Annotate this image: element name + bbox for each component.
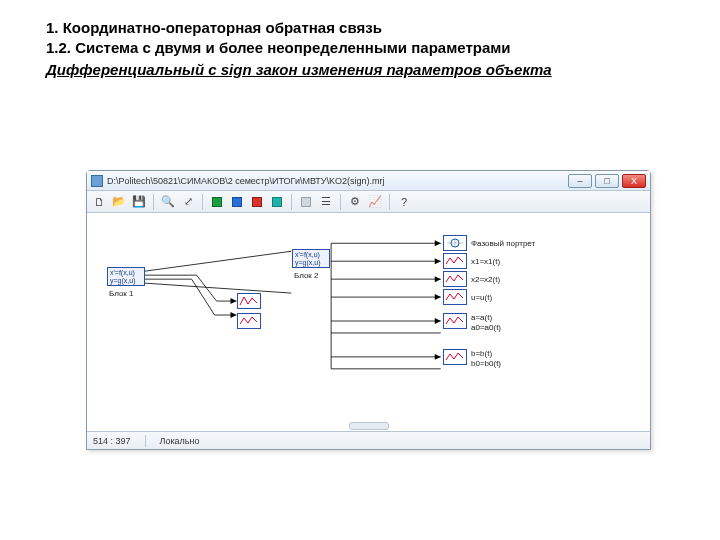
block-2-eq1: x'=f(x,u) (295, 251, 327, 259)
svg-marker-9 (435, 240, 441, 246)
save-icon[interactable]: 💾 (131, 194, 147, 210)
label-a: a=a(t) (471, 313, 492, 322)
scope-x1[interactable] (443, 253, 467, 269)
titlebar[interactable]: D:\Politech\50821\СИМАКОВ\2 семестр\ИТОГ… (87, 171, 650, 191)
toolbar-separator (340, 194, 341, 210)
block-2-eq2: y=g(x,u) (295, 259, 327, 267)
phase-portrait-label: Фазовый портрет (471, 239, 535, 248)
wire-layer (87, 213, 650, 431)
pause-teal-icon[interactable] (269, 194, 285, 210)
scope-x2[interactable] (443, 271, 467, 287)
subtitle: Дифференциальный с sign закон изменения … (46, 61, 676, 78)
scope-a[interactable] (443, 313, 467, 329)
scope-u[interactable] (443, 289, 467, 305)
diagram-canvas[interactable]: x'=f(x,u) y=g(x,u) Блок 1 x'=f(x,u) y=g(… (87, 213, 650, 431)
svg-marker-11 (435, 276, 441, 282)
svg-marker-13 (435, 318, 441, 324)
scope-left-1[interactable] (237, 293, 261, 309)
toolbar-separator (291, 194, 292, 210)
block-1-eq1: x'=f(x,u) (110, 269, 142, 277)
horizontal-scrollbar[interactable] (349, 422, 389, 430)
run-blue-icon[interactable] (229, 194, 245, 210)
statusbar: 514 : 397 Локально (87, 431, 650, 449)
heading-1: 1. Координатно-операторная обратная связ… (46, 18, 676, 38)
maximize-button[interactable]: □ (595, 174, 619, 188)
layers-icon[interactable]: ☰ (318, 194, 334, 210)
block-2-label: Блок 2 (294, 271, 319, 280)
new-icon[interactable]: 🗋 (91, 194, 107, 210)
plot-icon[interactable]: 📈 (367, 194, 383, 210)
toolbar: 🗋 📂 💾 🔍 ⤢ ☰ ⚙ 📈 ? (87, 191, 650, 213)
run-green-icon[interactable] (209, 194, 225, 210)
stop-red-icon[interactable] (249, 194, 265, 210)
phase-portrait-scope[interactable] (443, 235, 467, 251)
zoom-icon[interactable]: ⤢ (180, 194, 196, 210)
toolbar-separator (389, 194, 390, 210)
block-1-label: Блок 1 (109, 289, 134, 298)
label-u: u=u(t) (471, 293, 492, 302)
close-button[interactable]: X (622, 174, 646, 188)
label-x1: x1=x1(t) (471, 257, 500, 266)
window-title: D:\Politech\50821\СИМАКОВ\2 семестр\ИТОГ… (107, 176, 568, 186)
scope-b[interactable] (443, 349, 467, 365)
open-icon[interactable]: 📂 (111, 194, 127, 210)
svg-marker-14 (435, 354, 441, 360)
status-coords: 514 : 397 (93, 436, 131, 446)
block-1-eq2: y=g(x,u) (110, 277, 142, 285)
label-b: b=b(t) (471, 349, 492, 358)
status-separator (145, 435, 146, 447)
scope-left-2[interactable] (237, 313, 261, 329)
label-a0: a0=a0(t) (471, 323, 501, 332)
block-1[interactable]: x'=f(x,u) y=g(x,u) (107, 267, 145, 286)
minimize-button[interactable]: – (568, 174, 592, 188)
svg-marker-10 (435, 258, 441, 264)
status-mode: Локально (160, 436, 200, 446)
toolbar-separator (153, 194, 154, 210)
help-icon[interactable]: ? (396, 194, 412, 210)
app-window: D:\Politech\50821\СИМАКОВ\2 семестр\ИТОГ… (86, 170, 651, 450)
svg-marker-12 (435, 294, 441, 300)
settings-icon[interactable]: ⚙ (347, 194, 363, 210)
find-icon[interactable]: 🔍 (160, 194, 176, 210)
heading-2: 1.2. Система с двумя и более неопределен… (46, 38, 676, 58)
block-2[interactable]: x'=f(x,u) y=g(x,u) (292, 249, 330, 268)
app-icon (91, 175, 103, 187)
label-x2: x2=x2(t) (471, 275, 500, 284)
toolbar-separator (202, 194, 203, 210)
label-b0: b0=b0(t) (471, 359, 501, 368)
svg-marker-15 (230, 298, 236, 304)
svg-marker-16 (230, 312, 236, 318)
grid-icon[interactable] (298, 194, 314, 210)
